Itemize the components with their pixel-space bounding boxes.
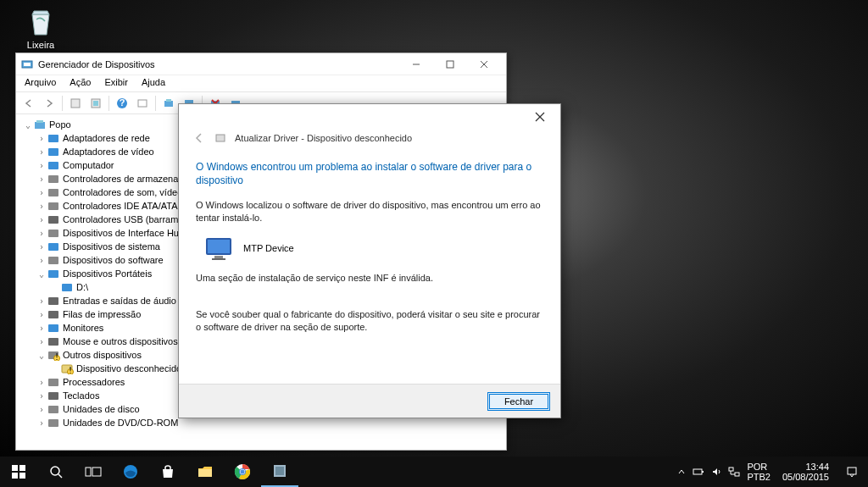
tray-volume-icon[interactable] bbox=[711, 467, 721, 477]
chrome-button[interactable] bbox=[224, 457, 261, 487]
tray-network-icon[interactable] bbox=[728, 467, 740, 477]
tree-node-label: Unidades de disco bbox=[63, 404, 140, 414]
store-button[interactable] bbox=[149, 457, 186, 487]
svg-rect-26 bbox=[48, 202, 58, 210]
back-button[interactable] bbox=[19, 94, 38, 113]
svg-rect-63 bbox=[198, 469, 212, 477]
system-icon bbox=[47, 241, 60, 252]
expander-icon[interactable]: ⌄ bbox=[23, 120, 33, 130]
expander-icon[interactable]: › bbox=[36, 242, 47, 252]
menu-file[interactable]: Arquivo bbox=[21, 77, 59, 90]
svg-rect-35 bbox=[48, 324, 58, 332]
menu-help[interactable]: Ajuda bbox=[138, 77, 169, 90]
taskbar: POR PTB2 13:44 05/08/2015 bbox=[0, 457, 868, 487]
expander-icon[interactable]: › bbox=[36, 337, 47, 346]
expander-icon[interactable]: › bbox=[36, 161, 47, 170]
svg-rect-60 bbox=[86, 468, 91, 476]
hid-icon bbox=[47, 227, 60, 239]
expander-icon[interactable]: › bbox=[36, 405, 47, 414]
titlebar[interactable]: Gerenciador de Dispositivos bbox=[16, 53, 506, 75]
svg-rect-43 bbox=[48, 379, 58, 386]
toolbar-button[interactable] bbox=[66, 94, 85, 113]
expander-icon[interactable]: › bbox=[36, 418, 47, 428]
monitor-icon bbox=[204, 236, 233, 260]
menu-action[interactable]: Ação bbox=[66, 77, 94, 90]
svg-rect-28 bbox=[48, 230, 58, 237]
svg-rect-25 bbox=[48, 189, 58, 196]
dialog-message-3: Se você souber qual o fabricante do disp… bbox=[196, 308, 543, 334]
language-indicator[interactable]: POR PTB2 bbox=[747, 462, 771, 482]
usb-icon bbox=[47, 213, 60, 225]
ide-icon bbox=[47, 200, 60, 212]
forward-button[interactable] bbox=[40, 94, 58, 113]
tree-node-label: Computador bbox=[63, 160, 114, 170]
expander-icon[interactable]: › bbox=[36, 256, 47, 265]
expander-icon[interactable]: › bbox=[36, 324, 47, 333]
menubar: Arquivo Ação Exibir Ajuda bbox=[16, 75, 506, 92]
tree-node-label: Entradas e saídas de áudio bbox=[63, 296, 176, 306]
dialog-message-2: Uma seção de instalação de serviço neste… bbox=[196, 272, 543, 285]
clock[interactable]: 13:44 05/08/2015 bbox=[777, 462, 834, 482]
svg-rect-24 bbox=[48, 175, 58, 183]
taskview-button[interactable] bbox=[75, 457, 112, 487]
tree-node-label: Adaptadores de rede bbox=[63, 133, 150, 143]
close-button[interactable]: Fechar bbox=[487, 392, 550, 411]
svg-rect-6 bbox=[71, 99, 80, 108]
expander-icon[interactable]: › bbox=[36, 174, 47, 184]
tree-node-label: Processadores bbox=[63, 377, 125, 387]
dialog-title: Atualizar Driver - Dispositivo desconhec… bbox=[235, 133, 412, 143]
start-button[interactable] bbox=[0, 457, 37, 487]
toolbar-button[interactable] bbox=[133, 94, 152, 113]
file-explorer-button[interactable] bbox=[186, 457, 224, 487]
minimize-button[interactable] bbox=[399, 54, 433, 75]
svg-line-59 bbox=[58, 474, 62, 478]
dialog-message-1: O Windows localizou o software de driver… bbox=[196, 199, 543, 224]
dialog-close-button[interactable] bbox=[528, 108, 552, 125]
svg-point-67 bbox=[241, 470, 245, 474]
edge-button[interactable] bbox=[112, 457, 149, 487]
menu-view[interactable]: Exibir bbox=[101, 77, 131, 90]
svg-rect-70 bbox=[693, 469, 702, 474]
expander-icon[interactable]: › bbox=[36, 310, 47, 319]
tree-node-label: Dispositivo desconhecido bbox=[76, 363, 181, 374]
running-app-button[interactable] bbox=[261, 457, 298, 487]
drive-icon bbox=[60, 281, 74, 293]
svg-rect-71 bbox=[702, 471, 704, 473]
expander-icon[interactable]: › bbox=[36, 391, 47, 401]
expander-icon[interactable]: › bbox=[36, 134, 47, 143]
close-button[interactable] bbox=[467, 54, 501, 75]
search-button[interactable] bbox=[37, 457, 75, 487]
tree-node-label: Monitores bbox=[63, 323, 103, 333]
help-button[interactable]: ? bbox=[113, 94, 131, 113]
scan-button[interactable] bbox=[159, 94, 178, 113]
tree-node-label: Adaptadores de vídeo bbox=[63, 147, 154, 157]
expander-icon[interactable]: › bbox=[36, 378, 47, 387]
root-icon bbox=[33, 119, 47, 130]
sound-icon bbox=[47, 186, 60, 198]
tray-chevron-icon[interactable] bbox=[677, 468, 686, 476]
svg-rect-3 bbox=[447, 61, 453, 68]
unknown-icon: ! bbox=[60, 362, 74, 374]
tree-node-label: Unidades de DVD/CD-ROM bbox=[63, 418, 178, 428]
optical-icon bbox=[47, 417, 60, 429]
device-icon bbox=[214, 132, 226, 144]
expander-icon[interactable]: › bbox=[36, 202, 47, 211]
expander-icon[interactable]: ⌄ bbox=[36, 269, 47, 279]
tree-node-label: Dispositivos Portáteis bbox=[63, 268, 152, 279]
notifications-button[interactable] bbox=[841, 466, 863, 478]
expander-icon[interactable]: › bbox=[36, 296, 47, 306]
toolbar-button[interactable] bbox=[86, 94, 105, 113]
svg-rect-27 bbox=[48, 216, 58, 224]
print-icon bbox=[47, 308, 60, 320]
expander-icon[interactable]: › bbox=[36, 147, 47, 157]
tree-node-label: Popo bbox=[49, 119, 71, 130]
tray-battery-icon[interactable] bbox=[693, 468, 704, 476]
expander-icon[interactable]: › bbox=[36, 215, 47, 224]
expander-icon[interactable]: ⌄ bbox=[36, 351, 47, 360]
expander-icon[interactable]: › bbox=[36, 229, 47, 238]
expander-icon[interactable]: › bbox=[36, 188, 47, 197]
svg-rect-45 bbox=[48, 406, 58, 413]
dialog-back-button[interactable] bbox=[192, 131, 206, 145]
maximize-button[interactable] bbox=[433, 54, 467, 75]
desktop-icon-recycle-bin[interactable]: Lixeira bbox=[15, 4, 66, 50]
